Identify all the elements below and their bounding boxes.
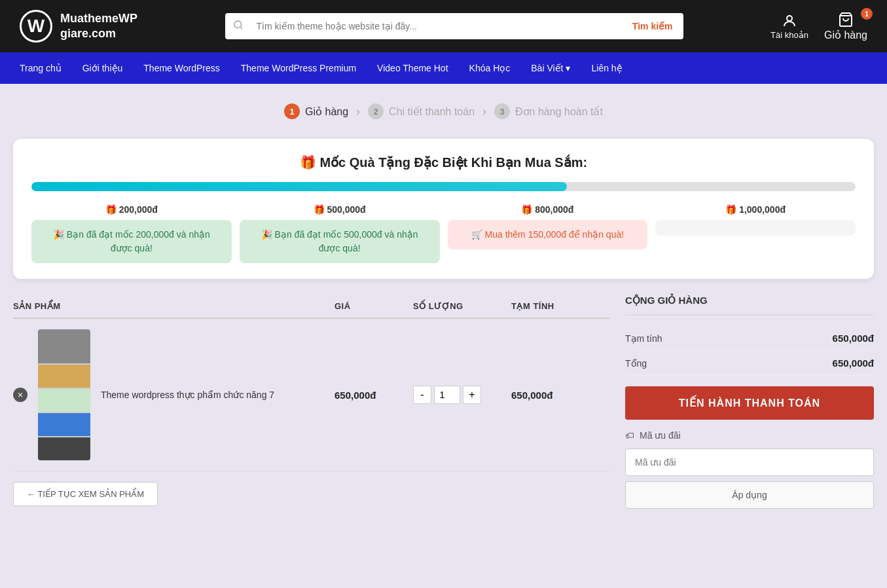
gift-milestones: 🎁 200,000đ 🎉 Bạn đã đạt mốc 200,000đ và …: [31, 204, 856, 263]
progress-bar-fill: [31, 182, 567, 191]
nav-item-bai-viet[interactable]: Bài Viết ▾: [531, 52, 570, 84]
nav-item-khoa-hoc[interactable]: Khóa Học: [469, 52, 511, 84]
main-content: 🎁 Mốc Quà Tặng Đặc Biệt Khi Bạn Mua Sắm:…: [0, 139, 887, 535]
milestone-1-label: 🎁 200,000đ: [105, 204, 158, 215]
qty-decrease-button[interactable]: -: [413, 386, 431, 404]
subtotal-cell: 650,000đ: [511, 390, 609, 401]
milestone-1-card: 🎉 Bạn đã đạt mốc 200,000đ và nhận được q…: [31, 220, 232, 263]
account-button[interactable]: Tài khoản: [770, 13, 808, 40]
checkout-button[interactable]: TIẾN HÀNH THANH TOÁN: [625, 386, 874, 420]
milestone-4-label: 🎁 1,000,000đ: [725, 204, 786, 215]
logo-symbol: W: [27, 16, 45, 37]
col-header-subtotal: TẠM TÍNH: [511, 301, 609, 311]
shop-table-area: SẢN PHẨM GIÁ SỐ LƯỢNG TẠM TÍNH × Theme w…: [13, 295, 874, 509]
milestone-3: 🎁 800,000đ 🛒 Mua thêm 150,000đ để nhận q…: [448, 204, 648, 249]
bc-label-3: Đơn hàng hoàn tất: [515, 105, 603, 118]
svg-line-1: [240, 27, 242, 29]
cart-totals-panel: CỘNG GIỎ HÀNG Tạm tính 650,000đ Tổng 650…: [625, 295, 874, 509]
continue-shopping-button[interactable]: ← TIẾP TỤC XEM SẢN PHẨM: [13, 482, 158, 506]
gift-milestones-box: 🎁 Mốc Quà Tặng Đặc Biệt Khi Bạn Mua Sắm:…: [13, 139, 874, 279]
nav-item-trang-chu[interactable]: Trang chủ: [20, 52, 62, 84]
nav-item-video-theme-hot[interactable]: Video Theme Hot: [377, 52, 448, 84]
breadcrumb-step-1: 1 Giỏ hàng: [284, 103, 348, 119]
breadcrumb: 1 Giỏ hàng › 2 Chi tiết thanh toán › 3 Đ…: [0, 84, 887, 139]
coupon-tag-icon: 🏷: [625, 430, 634, 441]
bc-label-2: Chi tiết thanh toán: [389, 105, 475, 118]
product-thumbnail: [38, 329, 90, 460]
nav-item-lien-he[interactable]: Liên hệ: [591, 52, 622, 84]
qty-input[interactable]: [434, 386, 460, 404]
bc-num-1: 1: [284, 103, 300, 119]
totals-title: CỘNG GIỎ HÀNG: [625, 295, 874, 316]
bc-arrow-2: ›: [482, 105, 486, 119]
milestone-3-card: 🛒 Mua thêm 150,000đ để nhận quà!: [448, 220, 648, 249]
search-icon: [225, 13, 251, 39]
milestone-3-label: 🎁 800,000đ: [521, 204, 573, 215]
coupon-toggle[interactable]: 🏷 Mã ưu đãi: [625, 430, 874, 441]
subtotal-value: 650,000đ: [833, 333, 874, 344]
cart-table-header: SẢN PHẨM GIÁ SỐ LƯỢNG TẠM TÍNH: [13, 295, 609, 319]
header-actions: Tài khoản 1 Giỏ hàng: [770, 12, 867, 41]
search-input[interactable]: [251, 14, 622, 38]
totals-subtotal-row: Tạm tính 650,000đ: [625, 326, 874, 351]
qty-increase-button[interactable]: +: [463, 386, 481, 404]
logo-area[interactable]: W MuathemeWP giare.com: [20, 10, 137, 43]
quantity-cell: - +: [413, 386, 511, 404]
col-header-price: GIÁ: [335, 301, 413, 311]
subtotal-label: Tạm tính: [625, 333, 662, 344]
cart-badge: 1: [861, 8, 873, 20]
search-button[interactable]: Tìm kiếm: [622, 14, 683, 38]
cart-button[interactable]: 1 Giỏ hàng: [824, 12, 867, 41]
bc-num-3: 3: [494, 103, 510, 119]
main-nav: Trang chủ Giới thiệu Theme WordPress The…: [0, 52, 887, 84]
product-name: Theme wordpress thực phẩm chức năng 7: [101, 390, 274, 400]
milestone-1: 🎁 200,000đ 🎉 Bạn đã đạt mốc 200,000đ và …: [31, 204, 232, 263]
col-header-product: SẢN PHẨM: [13, 301, 335, 311]
nav-item-theme-wp[interactable]: Theme WordPress: [143, 52, 219, 84]
total-label: Tổng: [625, 358, 647, 369]
progress-bar-wrap: [31, 182, 856, 191]
apply-coupon-button[interactable]: Áp dụng: [625, 481, 874, 509]
bc-label-1: Giỏ hàng: [305, 105, 348, 118]
milestone-2-card: 🎉 Bạn đã đạt mốc 500,000đ và nhận được q…: [240, 220, 440, 263]
table-row: × Theme wordpress thực phẩm chức năng 7 …: [13, 319, 609, 471]
nav-item-theme-wp-premium[interactable]: Theme WordPress Premium: [241, 52, 356, 84]
price-cell: 650,000đ: [335, 390, 413, 401]
coupon-input[interactable]: [625, 449, 874, 476]
svg-point-2: [787, 16, 792, 21]
breadcrumb-step-3: 3 Đơn hàng hoàn tất: [494, 103, 603, 119]
col-header-quantity: SỐ LƯỢNG: [413, 301, 511, 311]
logo-text: MuathemeWP giare.com: [60, 11, 137, 42]
milestone-4: 🎁 1,000,000đ: [655, 204, 856, 236]
chevron-down-icon: ▾: [566, 52, 570, 84]
nav-item-gioi-thieu[interactable]: Giới thiệu: [82, 52, 123, 84]
milestone-4-card: [655, 220, 856, 236]
bc-arrow-1: ›: [356, 105, 360, 119]
coupon-section: 🏷 Mã ưu đãi Áp dụng: [625, 430, 874, 509]
remove-item-button[interactable]: ×: [13, 388, 27, 402]
gift-title: 🎁 Mốc Quà Tặng Đặc Biệt Khi Bạn Mua Sắm:: [31, 155, 856, 170]
bc-num-2: 2: [368, 103, 384, 119]
header: W MuathemeWP giare.com Tìm kiếm Tài khoả…: [0, 0, 887, 52]
milestone-2: 🎁 500,000đ 🎉 Bạn đã đạt mốc 500,000đ và …: [240, 204, 440, 263]
cart-table: SẢN PHẨM GIÁ SỐ LƯỢNG TẠM TÍNH × Theme w…: [13, 295, 609, 506]
search-bar: Tìm kiếm: [225, 13, 683, 39]
totals-total-row: Tổng 650,000đ: [625, 351, 874, 376]
milestone-2-label: 🎁 500,000đ: [314, 204, 366, 215]
breadcrumb-step-2: 2 Chi tiết thanh toán: [368, 103, 475, 119]
product-cell: × Theme wordpress thực phẩm chức năng 7: [13, 329, 335, 460]
svg-point-0: [234, 21, 242, 28]
total-value: 650,000đ: [833, 358, 874, 369]
logo-wp-circle: W: [20, 10, 52, 43]
